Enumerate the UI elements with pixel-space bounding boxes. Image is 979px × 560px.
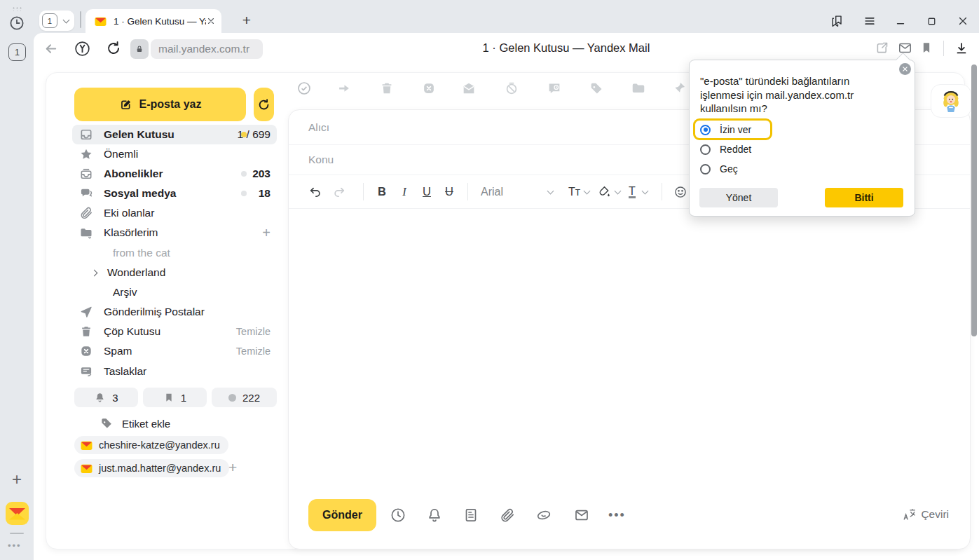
tab-group-chip[interactable]: 1 <box>39 11 74 31</box>
sidebar-item-archive[interactable]: Arşiv <box>72 282 277 302</box>
bookmark-page-icon[interactable] <box>919 41 933 55</box>
undo-icon[interactable] <box>308 185 332 199</box>
sidebar-item-sent[interactable]: Gönderilmiş Postalar <box>72 302 277 322</box>
forward-icon[interactable] <box>336 81 352 96</box>
compose-button[interactable]: E-posta yaz <box>74 88 246 121</box>
select-all-icon[interactable] <box>296 81 312 96</box>
sidebar-item-spam[interactable]: Spam Temizle <box>72 341 277 361</box>
pin-icon[interactable] <box>671 81 687 96</box>
yandex-mail-app-icon[interactable] <box>6 502 29 525</box>
sidebar-item-drafts[interactable]: Taslaklar <box>72 362 277 381</box>
bookmark-icon <box>163 392 174 403</box>
chevron-down-icon[interactable] <box>547 187 554 194</box>
bold-button[interactable]: B <box>371 185 393 198</box>
chevron-down-icon[interactable] <box>584 187 591 194</box>
divider <box>363 183 364 200</box>
chevron-down-icon[interactable] <box>641 187 648 194</box>
label-icon[interactable] <box>589 81 604 96</box>
sidebar-item-wonderland[interactable]: Wonderland <box>72 263 277 282</box>
more-options-icon[interactable]: ••• <box>608 507 625 524</box>
mark-read-icon[interactable] <box>461 81 477 96</box>
empty-trash-action[interactable]: Temizle <box>236 326 271 337</box>
radio-icon[interactable] <box>700 164 711 175</box>
move-to-folder-icon[interactable] <box>631 81 646 96</box>
translate-button[interactable]: Çeviri <box>903 508 949 521</box>
back-icon[interactable] <box>43 41 59 57</box>
active-tab[interactable]: 1 · Gelen Kutusu — Yandex Mail <box>85 9 221 33</box>
menu-icon[interactable] <box>861 12 879 30</box>
unread-chip[interactable]: 222 <box>212 388 277 407</box>
redo-icon[interactable] <box>332 185 356 199</box>
maximize-icon[interactable] <box>922 12 940 30</box>
manage-button-label: Yönet <box>726 192 752 203</box>
font-size-button[interactable]: Tт <box>568 186 580 198</box>
subscriptions-icon <box>79 167 93 181</box>
option-deny[interactable]: Reddet <box>700 144 751 155</box>
close-window-icon[interactable] <box>954 12 972 30</box>
radio-selected-icon[interactable] <box>700 125 711 135</box>
manage-button[interactable]: Yönet <box>699 188 778 207</box>
account-item[interactable]: cheshire-katze@yandex.ru <box>74 436 228 454</box>
page-scrollbar[interactable] <box>971 64 977 336</box>
add-account-button[interactable]: + <box>228 459 237 476</box>
refresh-mail-button[interactable] <box>254 88 274 121</box>
bookmarked-chip[interactable]: 1 <box>143 388 207 407</box>
strikethrough-button[interactable]: U <box>438 185 460 198</box>
notify-icon[interactable] <box>426 507 443 524</box>
sidebar-item-social[interactable]: Sosyal medya 18 <box>72 184 277 203</box>
account-item[interactable]: just.mad.hatter@yandex.ru <box>74 459 229 477</box>
text-color-button[interactable]: T <box>629 186 636 198</box>
add-sidebar-item-button[interactable]: + <box>8 471 25 488</box>
highlight-color-icon[interactable] <box>598 185 611 198</box>
sidebar-item-inbox[interactable]: Gelen Kutusu 1 / 699 <box>72 125 277 144</box>
italic-button[interactable]: I <box>393 185 416 199</box>
divider <box>80 11 81 28</box>
underline-button[interactable]: U <box>416 185 438 198</box>
tab-close-icon[interactable] <box>206 16 216 26</box>
address-bar[interactable]: mail.yandex.com.tr <box>151 39 263 59</box>
option-allow[interactable]: İzin ver <box>700 124 751 135</box>
reload-icon[interactable] <box>105 40 122 57</box>
attach-file-icon[interactable] <box>499 507 516 524</box>
font-family-select[interactable]: Arial <box>481 186 548 198</box>
minimize-icon[interactable] <box>891 12 910 30</box>
emoji-icon[interactable] <box>673 185 687 199</box>
template-icon[interactable] <box>463 507 479 524</box>
add-folder-button[interactable]: + <box>262 225 271 241</box>
send-button[interactable]: Gönder <box>308 499 376 531</box>
sidebar-item-from-the-cat[interactable]: from the cat <box>72 243 277 263</box>
collections-icon[interactable] <box>828 12 847 30</box>
protocol-handler-icon[interactable] <box>898 41 912 55</box>
reminders-chip[interactable]: 3 <box>74 388 138 407</box>
history-icon[interactable] <box>8 15 25 32</box>
mark-spam-icon[interactable] <box>421 81 437 96</box>
downloads-icon[interactable] <box>954 41 969 56</box>
sidebar-item-trash[interactable]: Çöp Kutusu Temizle <box>72 322 277 341</box>
new-tab-button[interactable]: + <box>238 12 255 29</box>
user-avatar-card[interactable] <box>931 84 971 118</box>
sidebar-item-my-folders[interactable]: Klasörlerim + <box>72 223 277 243</box>
delete-icon[interactable] <box>379 81 395 96</box>
lock-icon[interactable] <box>130 39 149 59</box>
snooze-icon[interactable] <box>504 81 519 96</box>
option-skip[interactable]: Geç <box>700 163 738 175</box>
attach-from-mail-icon[interactable] <box>573 507 590 524</box>
workspace-badge[interactable]: 1 <box>8 43 26 61</box>
radio-icon[interactable] <box>700 144 711 155</box>
sidebar-item-important[interactable]: Önemli <box>72 144 277 164</box>
empty-spam-action[interactable]: Temizle <box>236 346 271 357</box>
strip-more-icon[interactable]: ••• <box>8 540 22 551</box>
done-button[interactable]: Bitti <box>825 188 903 207</box>
schedule-send-icon[interactable] <box>390 507 406 524</box>
sidebar-item-attachments[interactable]: Eki olanlar <box>72 203 277 223</box>
option-label: Reddet <box>720 144 751 155</box>
sidebar-item-subscriptions[interactable]: Abonelikler 203 <box>72 164 277 184</box>
chevron-down-icon[interactable] <box>615 187 622 194</box>
add-label-item[interactable]: Etiket ekle <box>93 414 233 433</box>
attach-from-disk-icon[interactable] <box>535 507 552 524</box>
reminder-icon[interactable] <box>547 81 562 96</box>
expand-chevron-icon[interactable] <box>91 269 98 276</box>
share-icon[interactable] <box>875 41 889 55</box>
yandex-services-icon[interactable] <box>74 40 91 57</box>
dialog-close-icon[interactable] <box>899 63 911 75</box>
